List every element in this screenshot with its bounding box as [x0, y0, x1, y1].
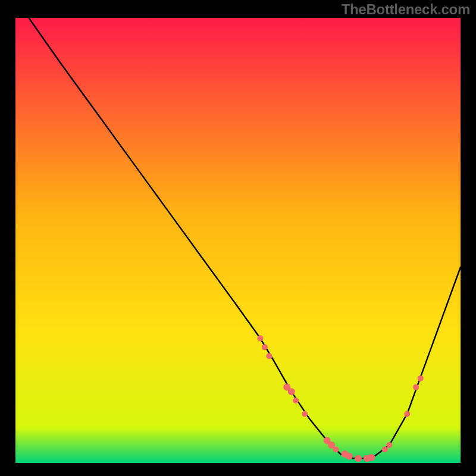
scatter-point: [418, 375, 424, 381]
scatter-point: [368, 454, 375, 461]
scatter-point: [404, 411, 410, 417]
scatter-point: [346, 453, 353, 460]
chart-root: TheBottleneck.com: [0, 0, 476, 476]
scatter-point: [382, 447, 388, 453]
scatter-point: [288, 388, 295, 395]
scatter-point: [333, 447, 339, 453]
plot-area: [15, 18, 461, 463]
gradient-background: [15, 18, 461, 463]
scatter-point: [257, 336, 263, 342]
scatter-point: [302, 411, 308, 417]
scatter-point: [413, 384, 419, 390]
scatter-point: [386, 442, 392, 448]
scatter-point: [262, 345, 268, 350]
scatter-point: [355, 455, 362, 462]
scatter-point: [293, 397, 299, 403]
watermark-text: TheBottleneck.com: [342, 1, 470, 18]
scatter-point: [266, 353, 272, 359]
chart-svg: [15, 18, 461, 463]
